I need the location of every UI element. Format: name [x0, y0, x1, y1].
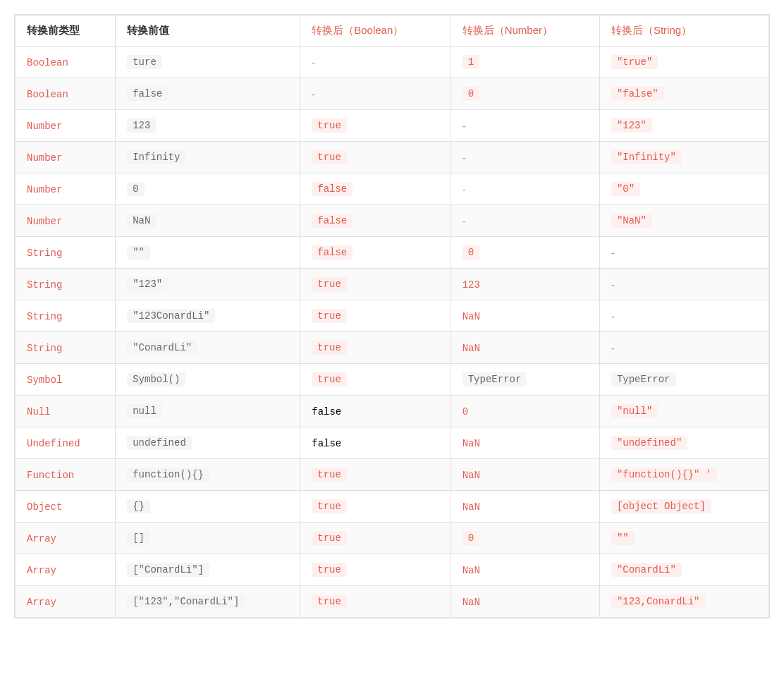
table-row: String""false0-	[16, 237, 769, 269]
cell-number: NaN	[451, 427, 599, 459]
cell-type: Number	[16, 110, 116, 142]
cell-boolean: true	[300, 269, 451, 300]
cell-number: -	[451, 142, 599, 173]
cell-boolean: true	[300, 523, 451, 554]
cell-value: function(){}	[116, 459, 300, 491]
cell-value: []	[116, 523, 300, 554]
header-type: 转换前类型	[16, 16, 116, 47]
cell-number: -	[451, 110, 599, 142]
cell-string: -	[599, 237, 768, 269]
cell-value: {}	[116, 491, 300, 523]
cell-boolean: true	[300, 586, 451, 618]
cell-type: String	[16, 300, 116, 332]
cell-string: "function(){}" '	[599, 459, 768, 491]
cell-value: "123ConardLi"	[116, 300, 300, 332]
cell-number: NaN	[451, 586, 599, 618]
cell-value: ["123","ConardLi"]	[116, 586, 300, 618]
cell-type: Number	[16, 142, 116, 173]
cell-boolean: true	[300, 554, 451, 586]
cell-value: 0	[116, 173, 300, 205]
cell-string: "undefined"	[599, 427, 768, 459]
header-value: 转换前值	[116, 16, 300, 47]
cell-number: NaN	[451, 459, 599, 491]
cell-number: -	[451, 205, 599, 237]
cell-type: Null	[16, 396, 116, 427]
cell-number: 0	[451, 237, 599, 269]
cell-number: TypeError	[451, 364, 599, 396]
cell-value: ""	[116, 237, 300, 269]
cell-type: Object	[16, 491, 116, 523]
cell-boolean: true	[300, 332, 451, 364]
cell-string: "null"	[599, 396, 768, 427]
cell-number: NaN	[451, 332, 599, 364]
cell-value: false	[116, 78, 300, 110]
table-row: Functionfunction(){}trueNaN"function(){}…	[16, 459, 769, 491]
cell-boolean: false	[300, 427, 451, 459]
cell-boolean: true	[300, 364, 451, 396]
cell-type: String	[16, 332, 116, 364]
cell-value: "123"	[116, 269, 300, 300]
table-row: Array[]true0""	[16, 523, 769, 554]
cell-number: -	[451, 173, 599, 205]
cell-boolean: false	[300, 173, 451, 205]
cell-string: "NaN"	[599, 205, 768, 237]
table-row: SymbolSymbol()trueTypeErrorTypeError	[16, 364, 769, 396]
table-row: Number0false-"0"	[16, 173, 769, 205]
cell-string: "true"	[599, 47, 768, 78]
table-row: UndefinedundefinedfalseNaN"undefined"	[16, 427, 769, 459]
cell-number: NaN	[451, 554, 599, 586]
table-row: Number123true-"123"	[16, 110, 769, 142]
cell-type: String	[16, 237, 116, 269]
cell-string: "123,ConardLi"	[599, 586, 768, 618]
cell-boolean: false	[300, 396, 451, 427]
cell-value: ture	[116, 47, 300, 78]
cell-string: "123"	[599, 110, 768, 142]
cell-boolean: false	[300, 237, 451, 269]
cell-value: Infinity	[116, 142, 300, 173]
cell-boolean: -	[300, 47, 451, 78]
cell-string: ""	[599, 523, 768, 554]
table-row: Booleanture-1"true"	[16, 47, 769, 78]
cell-type: Array	[16, 523, 116, 554]
cell-type: Undefined	[16, 427, 116, 459]
table-row: NumberNaNfalse-"NaN"	[16, 205, 769, 237]
cell-value: "ConardLi"	[116, 332, 300, 364]
cell-boolean: true	[300, 459, 451, 491]
table-row: String"123"true123-	[16, 269, 769, 300]
table-row: Nullnullfalse0"null"	[16, 396, 769, 427]
cell-type: Number	[16, 205, 116, 237]
cell-value: Symbol()	[116, 364, 300, 396]
cell-number: NaN	[451, 300, 599, 332]
cell-boolean: false	[300, 205, 451, 237]
table-row: Booleanfalse-0"false"	[16, 78, 769, 110]
conversion-table: 转换前类型 转换前值 转换后（Boolean） 转换后（Number） 转换后（…	[14, 14, 770, 618]
cell-type: Number	[16, 173, 116, 205]
cell-string: -	[599, 332, 768, 364]
cell-value: ["ConardLi"]	[116, 554, 300, 586]
cell-string: [object Object]	[599, 491, 768, 523]
cell-boolean: true	[300, 110, 451, 142]
header-boolean: 转换后（Boolean）	[300, 16, 451, 47]
cell-number: 1	[451, 47, 599, 78]
cell-value: null	[116, 396, 300, 427]
cell-string: "ConardLi"	[599, 554, 768, 586]
cell-string: -	[599, 269, 768, 300]
cell-boolean: -	[300, 78, 451, 110]
cell-type: Function	[16, 459, 116, 491]
cell-type: Boolean	[16, 47, 116, 78]
table-row: Object{}trueNaN[object Object]	[16, 491, 769, 523]
cell-number: 123	[451, 269, 599, 300]
header-string: 转换后（String）	[599, 16, 768, 47]
cell-boolean: true	[300, 491, 451, 523]
cell-string: "false"	[599, 78, 768, 110]
cell-string: TypeError	[599, 364, 768, 396]
cell-string: "Infinity"	[599, 142, 768, 173]
cell-boolean: true	[300, 142, 451, 173]
cell-number: 0	[451, 523, 599, 554]
cell-number: 0	[451, 396, 599, 427]
cell-value: NaN	[116, 205, 300, 237]
table-row: String"ConardLi"trueNaN-	[16, 332, 769, 364]
cell-type: Array	[16, 554, 116, 586]
cell-string: -	[599, 300, 768, 332]
cell-type: String	[16, 269, 116, 300]
